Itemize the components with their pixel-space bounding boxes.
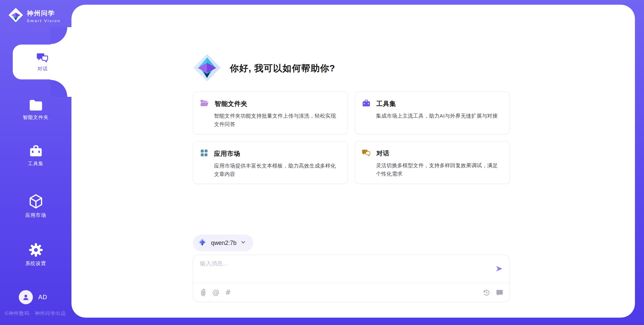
sidebar-item-label: 应用市场 [25,212,46,218]
card-toolbox[interactable]: 工具集 集成市场上主流工具，助力AI与外界无缝扩展与对接 [355,91,510,134]
send-icon [495,264,503,273]
sidebar-item-chat[interactable]: 对话 [13,45,72,79]
sidebar-item-label: 智能文件夹 [23,114,49,121]
send-button[interactable] [494,264,504,274]
sidebar: 神州问学 Smart Vision 对话 智能文件夹 [0,0,71,325]
sidebar-item-settings[interactable]: 系统设置 [0,243,71,267]
toolbox-icon [29,145,43,157]
sidebar-item-app-market[interactable]: 应用市场 [0,194,71,218]
grid-icon [200,149,208,158]
card-description: 集成市场上主流工具，助力AI与外界无缝扩展与对接 [376,112,502,120]
composer-toolbar: @ # [200,283,503,302]
brand-subtitle: Smart Vision [27,19,61,23]
feedback-button[interactable] [496,289,503,297]
mention-button[interactable]: @ [212,288,219,297]
card-chat[interactable]: 对话 灵活切换多模型文件，支持多样回复效果调试，满足个性化需求 [355,141,510,184]
user-profile[interactable]: AD [19,290,47,304]
card-description: 应用市场提供丰富长文本模板，助力高效生成多样化文章内容 [214,161,340,178]
card-title: 对话 [376,149,389,158]
model-selector[interactable]: qwen2:7b [193,235,253,251]
sidebar-item-label: 对话 [38,66,48,72]
assistant-diamond-logo [193,54,221,83]
toolbox-icon [362,99,371,109]
sidebar-item-smart-folder[interactable]: 智能文件夹 [0,99,71,121]
brand-logo: 神州问学 Smart Vision [8,7,61,24]
avatar [19,290,33,304]
card-description: 灵活切换多模型文件，支持多样回复效果调试，满足个性化需求 [376,161,502,178]
card-title: 应用市场 [214,149,240,158]
card-title: 工具集 [376,100,396,108]
feature-cards: 智能文件夹 智能文件夹功能支持批量文件上传与清洗，轻松实现文件问答 工具集 集成… [193,91,510,184]
active-tab-fillet-top [50,27,72,45]
brand-name: 神州问学 [27,9,61,18]
brand-text: 神州问学 Smart Vision [27,9,61,23]
card-app-market[interactable]: 应用市场 应用市场提供丰富长文本模板，助力高效生成多样化文章内容 [193,141,348,184]
folder-icon [29,99,43,111]
mention-icon: @ [212,288,219,297]
card-title: 智能文件夹 [215,100,248,108]
chat-icon [362,149,371,158]
model-name: qwen2:7b [211,240,236,247]
hash-icon: # [225,288,231,297]
message-input[interactable] [200,260,488,277]
sidebar-footer-credit: ©神州数码 · 神州问学出品 [5,310,66,317]
app-root: 神州问学 Smart Vision 对话 智能文件夹 [0,0,644,325]
attach-icon [200,288,207,297]
message-composer: @ # [193,255,510,302]
composer-toolbar-right [483,289,503,297]
user-name: AD [38,294,47,301]
sidebar-item-toolbox[interactable]: 工具集 [0,145,71,167]
hash-button[interactable]: # [225,288,231,297]
sidebar-item-label: 系统设置 [25,260,46,267]
active-tab-fillet-bottom [50,79,72,97]
person-icon [22,293,30,301]
greeting-title: 你好, 我可以如何帮助你? [230,62,335,74]
greeting: 你好, 我可以如何帮助你? [193,54,335,83]
history-icon [483,289,490,297]
sidebar-item-label: 工具集 [28,160,44,167]
cube-icon [29,194,43,209]
card-description: 智能文件夹功能支持批量文件上传与清洗，轻松实现文件问答 [214,112,340,128]
feedback-icon [496,289,503,297]
chat-icon [37,52,49,63]
history-button[interactable] [483,289,490,297]
brand-diamond-logo [8,7,23,24]
folder-open-icon [200,99,209,109]
attach-button[interactable] [200,288,207,297]
chevron-down-icon [240,240,246,246]
gear-icon [29,243,43,257]
model-diamond-icon [198,238,207,248]
card-smart-folder[interactable]: 智能文件夹 智能文件夹功能支持批量文件上传与清洗，轻松实现文件问答 [193,91,348,134]
